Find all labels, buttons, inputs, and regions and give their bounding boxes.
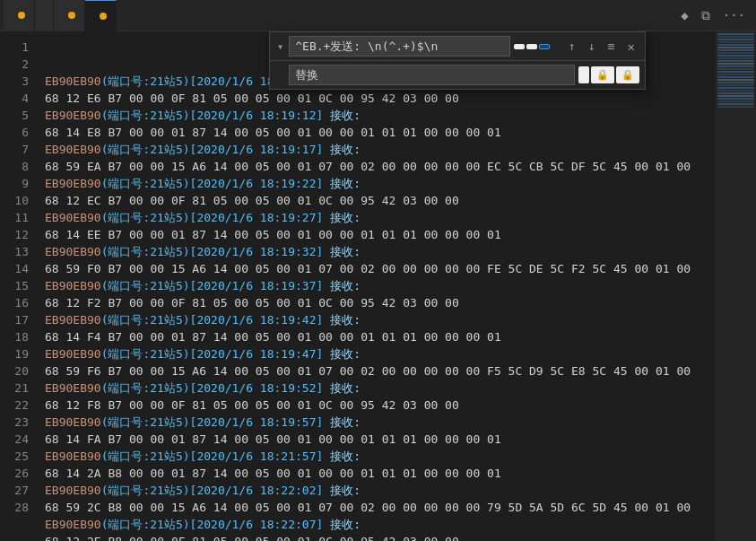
addr-text: EB90EB90	[45, 73, 101, 90]
receive-label: 接收:	[330, 311, 361, 328]
receive-label: 接收:	[330, 209, 361, 226]
regex-button[interactable]	[539, 44, 550, 49]
addr-text: EB90EB90	[45, 380, 101, 397]
preserve-case-button[interactable]	[578, 66, 589, 83]
hex-data: 68 14 F4 B7 00 00 01 87 14 00 05 00 01 0…	[45, 328, 501, 345]
code-line: 68 12 EC B7 00 00 0F 81 05 00 05 00 01 0…	[45, 192, 716, 209]
hex-data: 68 12 E6 B7 00 00 0F 81 05 00 05 00 01 0…	[45, 90, 459, 107]
prev-result-button[interactable]: ↑	[564, 38, 580, 55]
source-control-icon[interactable]: ◆	[677, 6, 691, 24]
code-line: 68 14 EE B7 00 00 01 87 14 00 05 00 01 0…	[45, 226, 716, 243]
line-number: 22	[0, 397, 29, 414]
hex-data: 68 59 F6 B7 00 00 15 A6 14 00 05 00 01 0…	[45, 362, 691, 380]
tab-untitled1[interactable]	[54, 0, 85, 31]
match-case-button[interactable]	[514, 44, 525, 49]
line-number: 16	[0, 294, 29, 311]
line-number: 18	[0, 328, 29, 345]
code-line: 68 59 F0 B7 00 00 15 A6 14 00 05 00 01 0…	[45, 260, 716, 277]
station-info: (端口号:21站5)[2020/1/6 18:19:27]	[101, 209, 331, 226]
minimap-line	[717, 106, 754, 108]
replace-actions: 🔒 🔒	[578, 66, 639, 83]
hex-data: 68 12 F8 B7 00 00 0F 81 05 00 05 00 01 0…	[45, 397, 459, 414]
tab-analysis104[interactable]	[4, 0, 35, 31]
more-actions-icon[interactable]: ···	[719, 6, 749, 24]
search-expand-icon[interactable]: ▾	[275, 39, 285, 55]
addr-text: EB90EB90	[45, 277, 101, 294]
select-all-results-button[interactable]: ≡	[604, 38, 620, 55]
line-number: 28	[0, 499, 29, 516]
station-info: (端口号:21站5)[2020/1/6 18:19:57]	[101, 414, 331, 431]
minimap-line	[717, 90, 754, 92]
code-line: EB90EB90(端口号:21站5)[2020/1/6 18:19:47] 接收…	[45, 345, 716, 362]
minimap-line	[717, 52, 754, 54]
code-line: EB90EB90(端口号:21站5)[2020/1/6 18:19:37] 接收…	[45, 277, 716, 294]
line-number: 7	[0, 141, 29, 158]
replace-lock2-button[interactable]: 🔒	[616, 66, 639, 83]
minimap-line	[717, 41, 754, 43]
addr-text: EB90EB90	[45, 243, 101, 260]
minimap-line	[717, 98, 754, 100]
code-content[interactable]: EB90EB90(端口号:21站5)[2020/1/6 18:19:07] 接收…	[38, 31, 716, 541]
minimap-line	[717, 60, 754, 62]
minimap-line	[717, 47, 754, 48]
hex-data: 68 12 2E B8 00 00 0F 81 05 00 05 00 01 0…	[45, 533, 459, 541]
code-line: 68 14 F4 B7 00 00 01 87 14 00 05 00 01 0…	[45, 328, 716, 345]
line-number: 24	[0, 431, 29, 448]
tab-smartelectric[interactable]	[35, 0, 54, 31]
hex-data: 68 12 EC B7 00 00 0F 81 05 00 05 00 01 0…	[45, 192, 459, 209]
minimap-line	[717, 79, 754, 81]
line-number: 15	[0, 277, 29, 294]
line-number: 25	[0, 448, 29, 465]
code-line: EB90EB90(端口号:21站5)[2020/1/6 18:22:07] 接收…	[45, 516, 716, 533]
next-result-button[interactable]: ↓	[584, 38, 600, 55]
hex-data: 68 14 2A B8 00 00 01 87 14 00 05 00 01 0…	[45, 465, 501, 482]
hex-data: 68 14 E8 B7 00 00 01 87 14 00 05 00 01 0…	[45, 124, 501, 141]
code-line: EB90EB90(端口号:21站5)[2020/1/6 18:19:12] 接收…	[45, 107, 716, 124]
station-info: (端口号:21站5)[2020/1/6 18:19:17]	[101, 141, 331, 158]
search-input[interactable]	[289, 36, 510, 57]
whole-word-button[interactable]	[526, 44, 537, 49]
code-line: 68 12 F8 B7 00 00 0F 81 05 00 05 00 01 0…	[45, 397, 716, 414]
line-number: 3	[0, 73, 29, 90]
receive-label: 接收:	[330, 141, 361, 158]
line-number: 11	[0, 209, 29, 226]
code-line: EB90EB90(端口号:21站5)[2020/1/6 18:22:02] 接收…	[45, 482, 716, 499]
station-info: (端口号:21站5)[2020/1/6 18:19:37]	[101, 277, 331, 294]
minimap-line	[717, 100, 754, 102]
search-close-button[interactable]: ✕	[623, 38, 639, 56]
hex-data: 68 59 EA B7 00 00 15 A6 14 00 05 00 01 0…	[45, 158, 691, 175]
tab-modified-dot	[18, 12, 25, 19]
line-number: 8	[0, 158, 29, 175]
addr-text: EB90EB90	[45, 345, 101, 362]
minimap-line	[717, 95, 754, 97]
minimap-line	[717, 84, 754, 86]
receive-label: 接收:	[330, 414, 361, 431]
line-number: 1	[0, 39, 29, 56]
hex-data: 68 14 EE B7 00 00 01 87 14 00 05 00 01 0…	[45, 226, 501, 243]
minimap-line	[717, 49, 754, 51]
code-line: 68 12 F2 B7 00 00 0F 81 05 00 05 00 01 0…	[45, 294, 716, 311]
tab-untitled2[interactable]	[85, 0, 117, 31]
replace-input[interactable]	[289, 65, 575, 85]
minimap-line	[717, 74, 754, 75]
minimap-content	[716, 31, 756, 109]
code-line: 68 59 EA B7 00 00 15 A6 14 00 05 00 01 0…	[45, 158, 716, 175]
minimap-line	[717, 71, 754, 73]
line-number: 27	[0, 482, 29, 499]
receive-label: 接收:	[330, 482, 361, 499]
addr-text: EB90EB90	[45, 209, 101, 226]
search-top-row: ▾ ↑ ↓ ≡ ✕	[270, 32, 645, 61]
line-number: 13	[0, 243, 29, 260]
code-line: EB90EB90(端口号:21站5)[2020/1/6 18:21:57] 接收…	[45, 448, 716, 465]
line-number: 19	[0, 345, 29, 362]
receive-label: 接收:	[330, 448, 361, 465]
line-number: 21	[0, 380, 29, 397]
receive-label: 接收:	[330, 277, 361, 294]
minimap-line	[717, 68, 754, 70]
station-info: (端口号:21站5)[2020/1/6 18:19:52]	[101, 380, 331, 397]
code-line: 68 14 2A B8 00 00 01 87 14 00 05 00 01 0…	[45, 465, 716, 482]
line-number: 12	[0, 226, 29, 243]
code-line: 68 59 F6 B7 00 00 15 A6 14 00 05 00 01 0…	[45, 362, 716, 380]
replace-lock1-button[interactable]: 🔒	[591, 66, 614, 83]
split-editor-icon[interactable]: ⧉	[698, 6, 714, 25]
